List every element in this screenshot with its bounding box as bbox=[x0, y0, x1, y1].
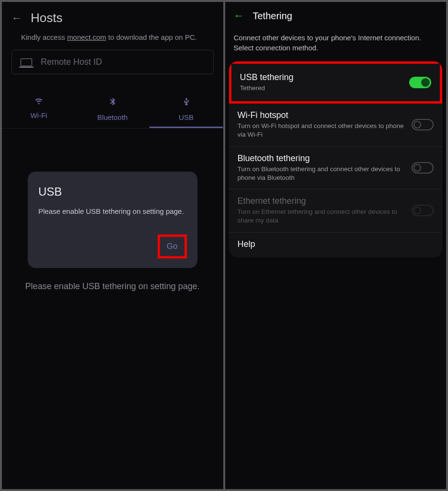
usb-icon bbox=[183, 96, 190, 109]
back-arrow-icon[interactable]: ← bbox=[234, 10, 244, 22]
bluetooth-icon bbox=[109, 96, 116, 109]
back-arrow-icon[interactable]: ← bbox=[11, 12, 22, 24]
hosts-app-panel: ← Hosts Kindly access monect.com to down… bbox=[2, 2, 223, 489]
page-title: Tethering bbox=[253, 11, 292, 22]
page-title: Hosts bbox=[31, 11, 62, 25]
connection-tabs: Wi-Fi Bluetooth USB bbox=[2, 92, 223, 129]
laptop-icon bbox=[21, 58, 32, 66]
wifi-icon bbox=[34, 96, 44, 107]
tab-wifi[interactable]: Wi-Fi bbox=[2, 92, 76, 128]
host-id-placeholder: Remote Host ID bbox=[41, 57, 102, 67]
row-bluetooth-tethering[interactable]: Bluetooth tethering Turn on Bluetooth te… bbox=[229, 147, 443, 189]
bottom-hint: Please enable USB tethering on setting p… bbox=[2, 268, 223, 305]
dialog-title: USB bbox=[38, 185, 187, 199]
tethering-settings-panel: ← Tethering Connect other devices to you… bbox=[225, 2, 447, 489]
tethering-subtitle: Connect other devices to your phone's In… bbox=[225, 27, 447, 61]
tab-usb[interactable]: USB bbox=[149, 92, 223, 128]
row-help[interactable]: Help bbox=[229, 233, 443, 257]
tab-bluetooth[interactable]: Bluetooth bbox=[76, 92, 149, 128]
row-ethernet-tethering: Ethernet tethering Turn on Ethernet teth… bbox=[229, 189, 443, 232]
tethering-header: ← Tethering bbox=[225, 2, 447, 27]
row-wifi-hotspot[interactable]: Wi-Fi hotspot Turn on Wi-Fi hotspot and … bbox=[229, 104, 443, 146]
go-button-highlight: Go bbox=[158, 234, 187, 258]
usb-tethering-toggle[interactable] bbox=[409, 77, 431, 88]
usb-dialog: USB Please enable USB tethering on setti… bbox=[28, 172, 197, 268]
monect-link[interactable]: monect.com bbox=[67, 33, 106, 41]
wifi-hotspot-toggle[interactable] bbox=[412, 119, 434, 130]
dialog-message: Please enable USB tethering on setting p… bbox=[38, 206, 187, 217]
tethering-list: USB tethering Tethered Wi-Fi hotspot Tur… bbox=[229, 61, 443, 257]
bluetooth-tethering-toggle[interactable] bbox=[412, 162, 434, 174]
ethernet-tethering-toggle bbox=[412, 205, 434, 216]
row-usb-tethering[interactable]: USB tethering Tethered bbox=[229, 61, 443, 104]
host-id-input[interactable]: Remote Host ID bbox=[11, 50, 214, 74]
go-button[interactable]: Go bbox=[167, 242, 178, 251]
subtitle: Kindly access monect.com to download the… bbox=[2, 29, 223, 50]
hosts-header: ← Hosts bbox=[2, 2, 223, 29]
